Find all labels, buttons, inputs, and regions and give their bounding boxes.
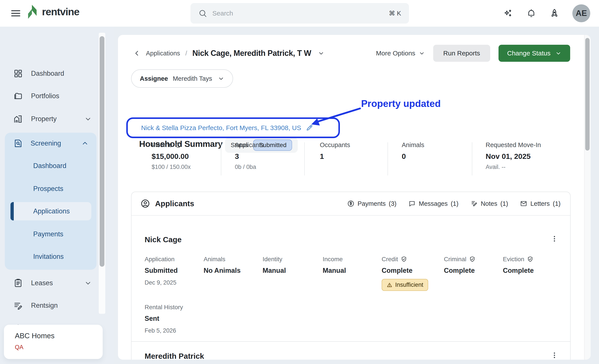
global-search[interactable]: ⌘ K xyxy=(191,3,409,24)
search-input[interactable] xyxy=(212,10,384,17)
sidebar-scrollbar-track[interactable] xyxy=(99,33,105,314)
back-button[interactable] xyxy=(133,50,141,57)
topbar: rentvine ⌘ K xyxy=(0,0,599,27)
letters-label: Letters xyxy=(530,200,550,207)
sidebar-item-screening-payments[interactable]: Payments xyxy=(10,225,91,243)
notifications-button[interactable] xyxy=(526,8,537,18)
run-reports-button[interactable]: Run Reports xyxy=(433,45,490,62)
info-icon[interactable] xyxy=(175,142,182,148)
letters-link[interactable]: Letters (1) xyxy=(520,200,561,207)
applicant-menu-button[interactable] xyxy=(550,350,559,360)
folder-icon xyxy=(13,91,23,101)
sidebar-item-screening-dashboard[interactable]: Dashboard xyxy=(10,157,91,175)
shield-check-icon xyxy=(527,256,533,262)
avatar[interactable]: AE xyxy=(572,4,590,22)
divider xyxy=(304,142,305,176)
breadcrumb-applications-link[interactable]: Applications xyxy=(146,50,180,57)
edit-property-button[interactable] xyxy=(305,124,313,132)
sub-item-label: Payments xyxy=(33,230,63,238)
field-credit: Credit Complete Insufficient xyxy=(382,256,428,291)
message-icon xyxy=(408,200,416,207)
field-value: Manual xyxy=(323,267,346,275)
sidebar-item-portfolios[interactable]: Portfolios xyxy=(13,87,92,105)
stat-occupants: Occupants 1 xyxy=(320,141,350,161)
more-options-button[interactable]: More Options xyxy=(376,50,425,57)
sidebar-item-label: Dashboard xyxy=(31,70,64,77)
whats-new-button[interactable] xyxy=(549,8,560,18)
sidebar-item-property[interactable]: Property xyxy=(13,110,92,128)
chevron-left-icon xyxy=(133,50,141,57)
sidebar-item-label: Property xyxy=(31,115,57,123)
notes-label: Notes xyxy=(481,200,497,207)
note-icon xyxy=(470,200,478,207)
field-value: Complete xyxy=(382,267,428,275)
kebab-icon xyxy=(550,234,559,244)
field-date: Feb 5, 2026 xyxy=(145,327,183,334)
kebab-icon xyxy=(550,350,559,360)
annotation-highlight-box: Nick & Stella Pizza Perfecto, Fort Myers… xyxy=(126,117,340,138)
ai-assistant-button[interactable] xyxy=(503,8,513,18)
stat-animals: Animals 0 xyxy=(402,141,424,161)
notes-count: (1) xyxy=(500,200,508,207)
field-eviction: Eviction Complete xyxy=(503,256,534,275)
change-status-button[interactable]: Change Status xyxy=(499,45,570,62)
stat-sub: $100 / 150.00x xyxy=(152,164,191,170)
property-link[interactable]: Nick & Stella Pizza Perfecto, Fort Myers… xyxy=(141,124,301,132)
sidebar-item-screening[interactable]: Screening xyxy=(13,134,89,152)
payments-link[interactable]: Payments (3) xyxy=(347,200,396,207)
field-identity: Identity Manual xyxy=(263,256,286,275)
field-value: Complete xyxy=(444,267,476,275)
sub-item-label: Prospects xyxy=(33,185,63,193)
rentvine-logo[interactable]: rentvine xyxy=(27,4,79,19)
stat-value: Nov 01, 2025 xyxy=(486,152,541,161)
sidebar-item-dashboard[interactable]: Dashboard xyxy=(13,65,92,82)
pencil-icon xyxy=(305,124,313,132)
applicant-name: Nick Cage xyxy=(145,235,182,244)
shield-check-icon xyxy=(401,256,407,262)
payments-count: (3) xyxy=(389,200,396,207)
messages-link[interactable]: Messages (1) xyxy=(408,200,458,207)
signature-icon xyxy=(13,300,23,311)
letters-count: (1) xyxy=(553,200,561,207)
annotation-text: Property updated xyxy=(361,98,441,109)
organization-card[interactable]: ABC Homes QA xyxy=(4,325,103,359)
dashboard-grid-icon xyxy=(13,68,23,79)
stat-label: Requested Move-In xyxy=(486,141,541,149)
search-shortcut: ⌘ K xyxy=(389,10,401,17)
user-circle-icon xyxy=(140,199,150,209)
hamburger-icon xyxy=(10,7,23,19)
field-label: Eviction xyxy=(503,256,524,263)
title-dropdown-button[interactable] xyxy=(318,50,324,57)
applicant-menu-button[interactable] xyxy=(550,234,559,244)
stat-sub: Avail. -- xyxy=(486,164,541,170)
sidebar-item-leases[interactable]: Leases xyxy=(13,274,92,292)
sidebar-item-applications[interactable]: Applications xyxy=(10,202,91,220)
sidebar-item-rentsign[interactable]: Rentsign xyxy=(13,297,92,314)
applicants-card: Applicants Payments (3) Messages (1) xyxy=(131,192,571,360)
field-label: Animals xyxy=(204,256,225,263)
stat-value: 1 xyxy=(320,152,350,161)
field-income: Income Manual xyxy=(323,256,346,275)
stat-move-in: Requested Move-In Nov 01, 2025 Avail. -- xyxy=(486,141,541,170)
shield-check-icon xyxy=(469,256,476,262)
dollar-circle-icon xyxy=(347,200,354,207)
stat-applicants: Applicants 3 0b / 0ba xyxy=(235,141,264,170)
field-rental-history: Rental History Sent Feb 5, 2026 xyxy=(145,304,183,334)
assignee-select[interactable]: Assignee Meredith Tays xyxy=(131,69,233,88)
hamburger-menu-button[interactable] xyxy=(10,7,23,20)
building-icon xyxy=(13,114,23,124)
more-options-label: More Options xyxy=(376,50,415,57)
topbar-actions: AE xyxy=(503,0,590,27)
main-scrollbar-thumb[interactable] xyxy=(585,38,590,151)
main-scrollbar-track[interactable] xyxy=(584,35,591,360)
notes-link[interactable]: Notes (1) xyxy=(470,200,508,207)
rocket-icon xyxy=(549,8,560,18)
sub-item-label: Applications xyxy=(33,207,70,215)
sidebar-scrollbar-thumb[interactable] xyxy=(100,36,105,267)
sidebar-item-invitations[interactable]: Invitations xyxy=(10,247,91,266)
stat-value: 3 xyxy=(235,152,264,161)
sidebar-item-prospects[interactable]: Prospects xyxy=(10,180,91,198)
field-animals: Animals No Animals xyxy=(204,256,240,275)
assignee-label: Assignee xyxy=(140,75,168,82)
rentvine-logo-mark-icon xyxy=(27,4,38,19)
